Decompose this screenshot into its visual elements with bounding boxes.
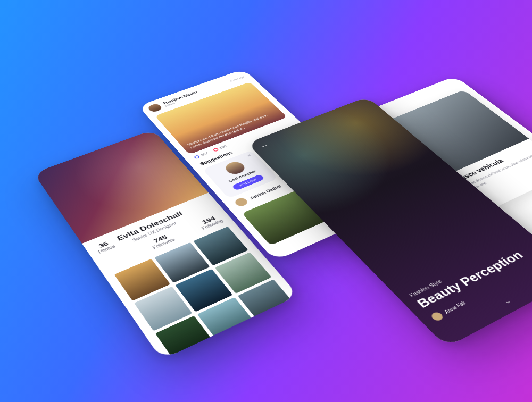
post-time: 4 min ago [229,76,245,82]
profile-screen: 36 Photos Evita Doleschall Senior UX Des… [34,130,298,360]
likes-counter[interactable]: 267 [194,152,209,159]
stat-photos[interactable]: 36 Photos [94,238,116,254]
like-icon [194,155,201,159]
suggestion-name: Jurrien Oldhof [248,184,282,200]
comment-icon [212,148,219,152]
close-icon[interactable]: ✕ [246,153,252,157]
author-avatar[interactable] [147,103,163,113]
suggestion-avatar [233,197,249,207]
stat-following[interactable]: 194 Following [196,213,224,230]
comments-counter[interactable]: 190 [212,145,227,152]
